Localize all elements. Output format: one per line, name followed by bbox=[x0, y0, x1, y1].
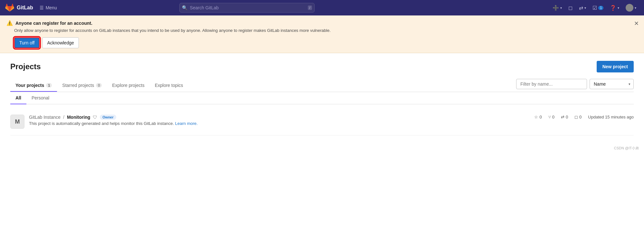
merge-requests-count: ⇄ 0 bbox=[561, 115, 568, 119]
mr-icon: ⇄ bbox=[561, 115, 564, 119]
help-caret-icon: ▾ bbox=[618, 6, 619, 10]
create-icon: ➕ bbox=[553, 5, 559, 11]
project-list: M GitLab Instance / Monitoring 🛡 Owner T… bbox=[10, 108, 634, 136]
gitlab-logo-icon bbox=[5, 3, 14, 12]
issues-value: 0 bbox=[579, 115, 582, 119]
alert-description: Only allow anyone to register for accoun… bbox=[14, 28, 638, 33]
menu-label: Menu bbox=[46, 5, 57, 10]
create-button[interactable]: ➕ ▾ bbox=[550, 3, 564, 13]
project-description: This project is automatically generated … bbox=[29, 121, 530, 126]
merge-requests-button[interactable]: ⇄ ▾ bbox=[576, 3, 589, 13]
menu-button[interactable]: ☰ Menu bbox=[37, 4, 60, 12]
avatar-letter: M bbox=[15, 118, 20, 125]
tab-starred-badge: 0 bbox=[96, 83, 102, 88]
tab-explore-topics-label: Explore topics bbox=[155, 83, 183, 88]
create-caret-icon: ▾ bbox=[560, 6, 562, 10]
shield-icon: 🛡 bbox=[93, 115, 97, 120]
page-header: Projects New project bbox=[10, 61, 634, 72]
tab-your-projects-label: Your projects bbox=[15, 83, 44, 88]
help-button[interactable]: ❓ ▾ bbox=[607, 3, 622, 13]
sub-tab-personal[interactable]: Personal bbox=[26, 92, 54, 104]
alert-title-text: Anyone can register for an account. bbox=[15, 21, 92, 26]
forks-count: ⑂ 0 bbox=[548, 115, 554, 119]
alert-close-button[interactable]: ✕ bbox=[634, 20, 639, 27]
alert-title-row: ⚠️ Anyone can register for an account. bbox=[6, 20, 638, 26]
tab-explore-topics[interactable]: Explore topics bbox=[150, 80, 188, 92]
hamburger-icon: ☰ bbox=[40, 5, 44, 10]
merge-requests-icon: ⇄ bbox=[579, 5, 583, 11]
acknowledge-button[interactable]: Acknowledge bbox=[42, 37, 79, 48]
tab-starred-projects[interactable]: Starred projects 0 bbox=[57, 80, 107, 92]
profile-button[interactable]: ▾ bbox=[623, 2, 639, 14]
project-name-row: GitLab Instance / Monitoring 🛡 Owner bbox=[29, 115, 530, 120]
mr-caret-icon: ▾ bbox=[584, 6, 586, 10]
filter-area: Name Last created Oldest created Last up… bbox=[516, 79, 634, 92]
sort-wrapper: Name Last created Oldest created Last up… bbox=[590, 79, 634, 89]
filter-input[interactable] bbox=[516, 79, 587, 89]
brand-name: GitLab bbox=[17, 5, 33, 11]
tab-explore-projects-label: Explore projects bbox=[112, 83, 144, 88]
sub-tabs: All Personal bbox=[10, 92, 634, 104]
edit-icon: ◻ bbox=[568, 5, 573, 11]
sub-tab-personal-label: Personal bbox=[32, 95, 49, 100]
todos-icon: ☑ bbox=[592, 5, 597, 11]
new-project-button[interactable]: New project bbox=[597, 61, 634, 72]
project-info: GitLab Instance / Monitoring 🛡 Owner Thi… bbox=[29, 115, 530, 126]
profile-caret-icon: ▾ bbox=[635, 6, 636, 10]
project-avatar: M bbox=[10, 115, 24, 129]
todos-badge: 1 bbox=[598, 6, 603, 10]
tab-your-projects[interactable]: Your projects 1 bbox=[10, 80, 57, 92]
tab-your-projects-badge: 1 bbox=[46, 83, 52, 88]
forks-value: 0 bbox=[552, 115, 554, 119]
navbar: GitLab ☰ Menu 🔍 / ➕ ▾ ◻ ⇄ ▾ ☑ 1 ❓ ▾ bbox=[0, 0, 644, 15]
star-icon: ☆ bbox=[534, 115, 538, 119]
warning-icon: ⚠️ bbox=[6, 20, 13, 26]
navbar-actions: ➕ ▾ ◻ ⇄ ▾ ☑ 1 ❓ ▾ ▾ bbox=[550, 2, 639, 14]
sub-tab-all-label: All bbox=[15, 95, 21, 100]
search-shortcut-badge: / bbox=[308, 5, 312, 10]
namespace-separator: / bbox=[63, 115, 64, 120]
issues-icon: ◻ bbox=[574, 115, 578, 119]
avatar bbox=[626, 4, 633, 12]
stars-count: ☆ 0 bbox=[534, 115, 542, 119]
learn-more-link[interactable]: Learn more. bbox=[175, 121, 198, 126]
project-namespace: GitLab Instance bbox=[29, 115, 61, 120]
alert-actions: Turn off Acknowledge bbox=[14, 37, 638, 48]
tab-starred-projects-label: Starred projects bbox=[62, 83, 94, 88]
issues-count: ◻ 0 bbox=[574, 115, 582, 119]
project-meta: ☆ 0 ⑂ 0 ⇄ 0 ◻ 0 Updated 15 minutes ago bbox=[534, 115, 634, 119]
project-updated: Updated 15 minutes ago bbox=[588, 115, 634, 119]
project-name[interactable]: Monitoring bbox=[67, 115, 90, 120]
turn-off-button[interactable]: Turn off bbox=[14, 37, 40, 48]
main-content: Projects New project Your projects 1 Sta… bbox=[0, 53, 644, 143]
help-icon: ❓ bbox=[610, 5, 616, 11]
todo-button[interactable]: ◻ bbox=[566, 3, 575, 13]
alert-content: ⚠️ Anyone can register for an account. O… bbox=[6, 20, 638, 48]
table-row: M GitLab Instance / Monitoring 🛡 Owner T… bbox=[10, 108, 634, 136]
footer-text: CSDN @IT小弟 bbox=[614, 146, 639, 150]
todos-button[interactable]: ☑ 1 bbox=[590, 3, 606, 13]
close-icon: ✕ bbox=[634, 20, 639, 27]
sort-select[interactable]: Name Last created Oldest created Last up… bbox=[590, 79, 634, 89]
alert-banner: ⚠️ Anyone can register for an account. O… bbox=[0, 15, 644, 53]
stars-value: 0 bbox=[539, 115, 542, 119]
brand-logo[interactable]: GitLab bbox=[5, 3, 33, 12]
page-footer: CSDN @IT小弟 bbox=[0, 143, 644, 153]
search-icon: 🔍 bbox=[182, 5, 187, 10]
search-input[interactable] bbox=[179, 3, 315, 13]
mr-value: 0 bbox=[566, 115, 568, 119]
search-box: 🔍 / bbox=[179, 3, 315, 13]
project-tabs: Your projects 1 Starred projects 0 Explo… bbox=[10, 80, 516, 91]
page-title: Projects bbox=[10, 62, 41, 71]
tab-explore-projects[interactable]: Explore projects bbox=[107, 80, 149, 92]
fork-icon: ⑂ bbox=[548, 115, 551, 119]
sub-tab-all[interactable]: All bbox=[10, 92, 26, 104]
owner-badge: Owner bbox=[100, 115, 116, 120]
